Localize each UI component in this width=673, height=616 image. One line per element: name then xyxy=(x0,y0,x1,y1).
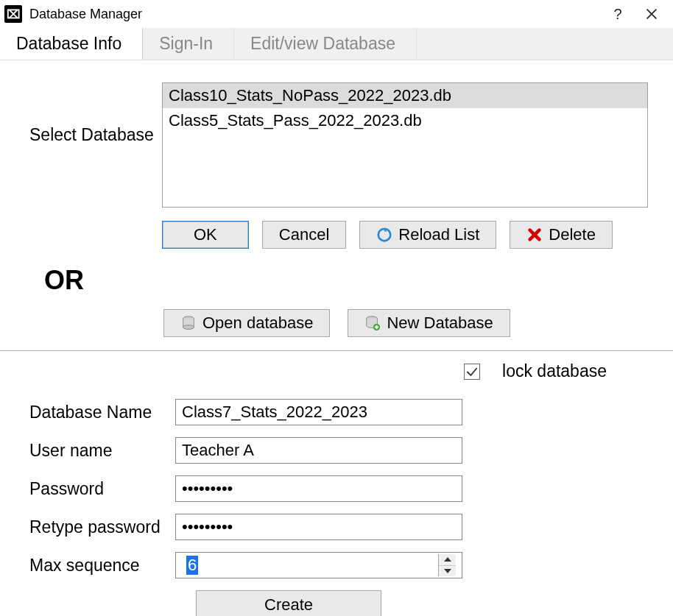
database-icon xyxy=(180,315,197,331)
max-sequence-value[interactable]: 6 xyxy=(182,554,438,576)
close-button[interactable] xyxy=(635,3,669,25)
reload-icon xyxy=(376,227,392,243)
titlebar: ⌧ Database Manager ? xyxy=(0,0,673,28)
password-label: Password xyxy=(29,479,175,499)
database-plus-icon xyxy=(364,315,381,331)
cancel-button[interactable]: Cancel xyxy=(262,221,346,249)
database-name-input[interactable] xyxy=(175,399,462,425)
retype-password-label: Retype password xyxy=(29,517,175,537)
open-database-button[interactable]: Open database xyxy=(163,309,330,337)
reload-list-label: Reload List xyxy=(398,225,479,244)
separator xyxy=(0,350,673,351)
database-name-label: Database Name xyxy=(29,403,175,422)
create-button[interactable]: Create xyxy=(196,590,381,616)
tab-bar: Database Info Sign-In Edit/view Database xyxy=(0,28,673,60)
lock-database-checkbox[interactable] xyxy=(464,364,480,380)
username-label: User name xyxy=(29,441,175,461)
chevron-up-icon xyxy=(444,557,451,562)
list-item[interactable]: Class10_Stats_NoPass_2022_2023.db xyxy=(163,83,647,108)
new-database-label: New Database xyxy=(387,314,493,333)
delete-button[interactable]: Delete xyxy=(510,221,613,249)
select-database-label: Select Database xyxy=(29,82,162,145)
retype-password-input[interactable] xyxy=(175,514,462,540)
spinner-down[interactable] xyxy=(439,566,456,577)
open-database-label: Open database xyxy=(202,314,313,333)
app-icon: ⌧ xyxy=(4,5,22,23)
username-input[interactable] xyxy=(175,437,462,464)
max-sequence-spinner[interactable]: 6 xyxy=(175,552,462,578)
close-icon xyxy=(644,6,660,22)
lock-database-label: lock database xyxy=(502,361,607,381)
list-item[interactable]: Class5_Stats_Pass_2022_2023.db xyxy=(163,108,647,133)
svg-point-2 xyxy=(183,325,194,330)
tab-database-info[interactable]: Database Info xyxy=(0,28,143,60)
tab-edit-view-database[interactable]: Edit/view Database xyxy=(234,28,417,60)
ok-button[interactable]: OK xyxy=(162,221,249,249)
help-button[interactable]: ? xyxy=(601,3,635,25)
tab-sign-in[interactable]: Sign-In xyxy=(143,28,234,60)
reload-list-button[interactable]: Reload List xyxy=(359,221,496,249)
check-icon xyxy=(465,364,479,380)
delete-icon xyxy=(526,227,543,243)
max-sequence-label: Max sequence xyxy=(29,556,175,576)
database-listbox[interactable]: Class10_Stats_NoPass_2022_2023.db Class5… xyxy=(162,82,648,208)
chevron-down-icon xyxy=(444,569,451,573)
spinner-up[interactable] xyxy=(439,554,456,566)
password-input[interactable] xyxy=(175,475,462,502)
delete-label: Delete xyxy=(549,225,596,244)
window-title: Database Manager xyxy=(29,7,601,22)
or-label: OR xyxy=(29,249,651,309)
new-database-button[interactable]: New Database xyxy=(348,309,510,337)
